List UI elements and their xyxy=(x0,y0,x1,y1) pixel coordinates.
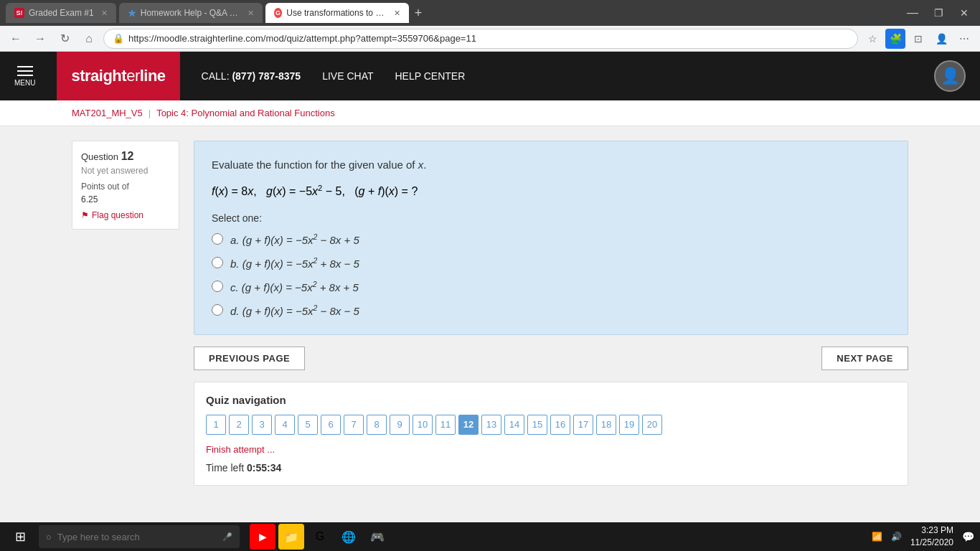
breadcrumb-course-link[interactable]: MAT201_MH_V5 xyxy=(72,108,143,118)
quiz-navigation-box: Quiz navigation 123456789101112131415161… xyxy=(194,382,908,486)
live-chat-link[interactable]: LIVE CHAT xyxy=(322,70,373,82)
screenshare-icon[interactable]: ⊡ xyxy=(908,29,928,49)
flag-question-button[interactable]: ⚑ Flag question xyxy=(81,210,170,220)
radio-d[interactable] xyxy=(212,304,223,316)
option-a[interactable]: a. (g + f)(x) = −5x2 − 8x + 5 xyxy=(212,232,890,246)
settings-icon[interactable]: ⋯ xyxy=(954,29,974,49)
site-logo[interactable]: straighterline xyxy=(57,52,179,100)
quiz-nav-num-2[interactable]: 2 xyxy=(229,415,249,435)
browser-tab-3[interactable]: G Use transformations to graph th ✕ xyxy=(265,3,409,23)
user-avatar[interactable]: 👤 xyxy=(934,60,966,92)
browser-tab-2[interactable]: ★ Homework Help - Q&A from On ✕ xyxy=(119,3,263,23)
menu-button[interactable]: MENU xyxy=(14,66,35,87)
close-button[interactable]: ✕ xyxy=(954,3,974,23)
radio-b[interactable] xyxy=(212,257,223,268)
quiz-nav-num-11[interactable]: 11 xyxy=(435,415,456,435)
tab3-close-icon[interactable]: ✕ xyxy=(394,9,400,18)
help-center-link[interactable]: HELP CENTER xyxy=(395,70,465,82)
taskbar-right: 📶 🔊 3:23 PM 11/25/2020 💬 xyxy=(872,524,974,549)
taskbar-time-display: 3:23 PM xyxy=(910,524,953,537)
mic-icon: 🎤 xyxy=(222,532,232,542)
start-button[interactable]: ⊞ xyxy=(6,525,34,548)
quiz-nav-numbers: 1234567891011121314151617181920 xyxy=(206,415,896,435)
radio-a[interactable] xyxy=(212,233,223,245)
breadcrumb: MAT201_MH_V5 | Topic 4: Polynomial and R… xyxy=(0,100,980,126)
address-bar[interactable]: 🔒 https://moodle.straighterline.com/mod/… xyxy=(103,29,858,49)
page-navigation: PREVIOUS PAGE NEXT PAGE xyxy=(194,347,908,370)
radio-c[interactable] xyxy=(212,281,223,292)
quiz-nav-num-8[interactable]: 8 xyxy=(367,415,387,435)
new-tab-button[interactable]: + xyxy=(415,6,423,21)
quiz-nav-num-9[interactable]: 9 xyxy=(390,415,410,435)
header-phone: (877) 787-8375 xyxy=(232,70,301,82)
option-b-text: b. (g + f)(x) = −5x2 + 8x − 5 xyxy=(230,256,359,270)
question-formula: f(x) = 8x, g(x) = −5x2 − 5, (g + f)(x) =… xyxy=(212,182,890,201)
tab3-icon: G xyxy=(274,8,283,18)
browser-tab-1[interactable]: S! Graded Exam #1 ✕ xyxy=(6,3,116,23)
main-content: Question 12 Not yet answered Points out … xyxy=(0,126,980,550)
minimize-button[interactable]: — xyxy=(903,3,923,23)
back-button[interactable]: ← xyxy=(6,29,26,49)
url-text: https://moodle.straighterline.com/mod/qu… xyxy=(128,33,849,44)
next-page-button[interactable]: NEXT PAGE xyxy=(821,347,908,370)
option-b[interactable]: b. (g + f)(x) = −5x2 + 8x − 5 xyxy=(212,256,890,270)
quiz-nav-num-3[interactable]: 3 xyxy=(252,415,272,435)
taskbar-apps: ▶ 📁 G 🌐 🎮 xyxy=(250,524,390,550)
forward-button[interactable]: → xyxy=(30,29,50,49)
browser-tab-bar: S! Graded Exam #1 ✕ ★ Homework Help - Q&… xyxy=(0,0,980,26)
quiz-nav-num-6[interactable]: 6 xyxy=(321,415,341,435)
taskbar-google-app[interactable]: G xyxy=(307,524,333,550)
search-input[interactable] xyxy=(57,532,217,542)
question-prompt: Evaluate the function for the given valu… xyxy=(212,159,890,171)
breadcrumb-topic-link[interactable]: Topic 4: Polynomial and Rational Functio… xyxy=(156,108,335,118)
tab2-close-icon[interactable]: ✕ xyxy=(248,9,254,18)
quiz-nav-num-4[interactable]: 4 xyxy=(275,415,295,435)
quiz-nav-num-18[interactable]: 18 xyxy=(596,415,616,435)
quiz-nav-num-20[interactable]: 20 xyxy=(642,415,662,435)
restore-button[interactable]: ❐ xyxy=(928,3,948,23)
question-status: Not yet answered xyxy=(81,166,170,176)
reload-button[interactable]: ↻ xyxy=(55,29,75,49)
quiz-nav-num-15[interactable]: 15 xyxy=(527,415,547,435)
question-box: Evaluate the function for the given valu… xyxy=(194,141,908,335)
notification-icon[interactable]: 💬 xyxy=(962,531,974,542)
volume-icon: 🔊 xyxy=(891,532,902,542)
finish-attempt-link[interactable]: Finish attempt ... xyxy=(206,444,275,455)
extension-icon[interactable]: 🧩 xyxy=(885,29,905,49)
taskbar-search-box[interactable]: ○ 🎤 xyxy=(39,525,240,548)
avatar-icon: 👤 xyxy=(941,67,960,85)
taskbar-files-app[interactable]: 📁 xyxy=(278,524,304,550)
option-d[interactable]: d. (g + f)(x) = −5x2 − 8x − 5 xyxy=(212,303,890,317)
question-number: Question 12 xyxy=(81,150,170,163)
quiz-nav-num-12[interactable]: 12 xyxy=(458,415,479,435)
quiz-nav-title: Quiz navigation xyxy=(206,394,896,406)
tab1-close-icon[interactable]: ✕ xyxy=(101,9,108,18)
star-icon[interactable]: ☆ xyxy=(862,29,882,49)
quiz-nav-num-5[interactable]: 5 xyxy=(298,415,318,435)
quiz-nav-num-7[interactable]: 7 xyxy=(344,415,364,435)
browser-action-buttons: ☆ 🧩 ⊡ 👤 ⋯ xyxy=(862,29,974,49)
quiz-nav-num-19[interactable]: 19 xyxy=(619,415,639,435)
quiz-nav-num-16[interactable]: 16 xyxy=(550,415,570,435)
quiz-nav-num-17[interactable]: 17 xyxy=(573,415,593,435)
home-button[interactable]: ⌂ xyxy=(79,29,99,49)
option-c[interactable]: c. (g + f)(x) = −5x2 + 8x + 5 xyxy=(212,280,890,293)
quiz-nav-num-1[interactable]: 1 xyxy=(206,415,226,435)
points-value: 6.25 xyxy=(81,194,170,204)
taskbar-game-app[interactable]: 🎮 xyxy=(364,524,390,550)
quiz-nav-num-14[interactable]: 14 xyxy=(504,415,524,435)
taskbar-date-display: 11/25/2020 xyxy=(910,537,953,549)
option-a-text: a. (g + f)(x) = −5x2 − 8x + 5 xyxy=(230,232,359,246)
select-one-label: Select one: xyxy=(212,212,890,224)
previous-page-button[interactable]: PREVIOUS PAGE xyxy=(194,347,305,370)
points-label: Points out of xyxy=(81,182,170,192)
taskbar-edge-app[interactable]: 🌐 xyxy=(336,524,362,550)
time-left: Time left 0:55:34 xyxy=(206,462,896,474)
flag-icon: ⚑ xyxy=(81,210,89,220)
person-icon[interactable]: 👤 xyxy=(931,29,951,49)
tab1-icon: S! xyxy=(14,8,24,18)
tab3-label: Use transformations to graph th xyxy=(286,8,386,18)
quiz-nav-num-10[interactable]: 10 xyxy=(413,415,433,435)
taskbar-youtube-app[interactable]: ▶ xyxy=(250,524,275,550)
quiz-nav-num-13[interactable]: 13 xyxy=(481,415,501,435)
